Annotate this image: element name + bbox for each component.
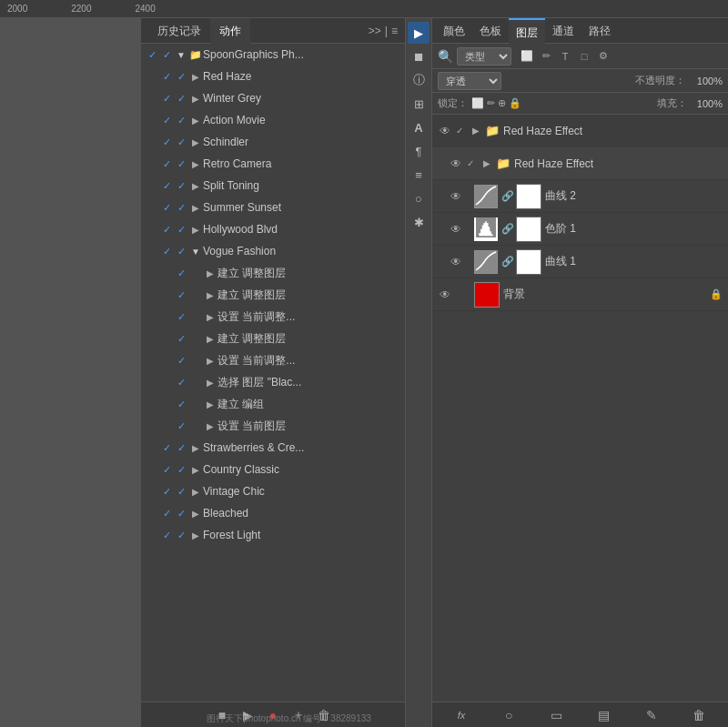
expand-country-classic[interactable]: ▶ xyxy=(188,465,203,475)
layer-curves2[interactable]: 👁 🔗 曲线 2 xyxy=(432,180,728,213)
expand-sub7[interactable]: ▶ xyxy=(203,399,217,409)
new-fill-layer-button[interactable]: ○ xyxy=(500,708,518,722)
lock-move-icon[interactable]: ⊕ xyxy=(498,97,506,109)
action-item-sub5[interactable]: ✓ ▶ 设置 当前调整... xyxy=(141,349,405,371)
expand-sub4[interactable]: ▶ xyxy=(203,334,217,344)
filter-adjustment-icon[interactable]: ✏ xyxy=(538,48,554,65)
action-item-winter-grey[interactable]: ✓ ✓ ▶ Winter Grey xyxy=(141,87,405,109)
tab-layers[interactable]: 图层 xyxy=(509,18,545,44)
expand-sub8[interactable]: ▶ xyxy=(203,421,217,431)
expand-summer-sunset[interactable]: ▶ xyxy=(188,203,203,213)
expand-bleached[interactable]: ▶ xyxy=(188,509,203,519)
action-item-sub2[interactable]: ✓ ▶ 建立 调整图层 xyxy=(141,284,405,306)
layer-eye-curves1[interactable]: 👁 xyxy=(449,256,463,268)
check-sub4: ✓ xyxy=(174,333,188,345)
action-item-schindler[interactable]: ✓ ✓ ▶ Schindler xyxy=(141,131,405,153)
action-item-hollywood-blvd[interactable]: ✓ ✓ ▶ Hollywood Blvd xyxy=(141,218,405,240)
tab-actions[interactable]: 动作 xyxy=(210,18,250,44)
filter-smart-icon[interactable]: ⚙ xyxy=(595,48,612,65)
layer-eye-background[interactable]: 👁 xyxy=(438,288,452,301)
tab-swatches[interactable]: 色板 xyxy=(472,18,509,44)
stop-tool-button[interactable]: ⏹ xyxy=(408,45,430,67)
action-item-action-movie[interactable]: ✓ ✓ ▶ Action Movie xyxy=(141,109,405,131)
tab-channels[interactable]: 通道 xyxy=(545,18,581,44)
action-item-summer-sunset[interactable]: ✓ ✓ ▶ Summer Sunset xyxy=(141,197,405,218)
expand-strawberries[interactable]: ▶ xyxy=(188,443,203,453)
expand-retro-camera[interactable]: ▶ xyxy=(188,159,203,169)
check2-bleached: ✓ xyxy=(174,508,188,520)
action-item-vogue-fashion[interactable]: ✓ ✓ ▼ Vogue Fashion xyxy=(141,240,405,262)
info-tool-button[interactable]: ⓘ xyxy=(408,69,430,91)
filter-type-icon[interactable]: T xyxy=(557,48,573,65)
action-item-spoongraphics[interactable]: ✓ ✓ ▼ 📁 SpoonGraphics Ph... xyxy=(141,44,405,66)
layer-group-outer[interactable]: 👁 ✓ ▶ 📁 Red Haze Effect xyxy=(432,115,728,147)
action-item-sub7[interactable]: ✓ ▶ 建立 编组 xyxy=(141,393,405,415)
layer-eye-curves2[interactable]: 👁 xyxy=(449,190,463,203)
menu-tool-button[interactable]: ≡ xyxy=(408,164,430,186)
tab-color[interactable]: 颜色 xyxy=(436,18,472,44)
action-item-country-classic[interactable]: ✓ ✓ ▶ Country Classic xyxy=(141,459,405,480)
action-item-strawberries[interactable]: ✓ ✓ ▶ Strawberries & Cre... xyxy=(141,437,405,459)
delete-layer-button[interactable]: 🗑 xyxy=(690,708,708,722)
layer-eye-inner[interactable]: 👁 xyxy=(449,157,463,170)
panel-more-icon[interactable]: >> xyxy=(369,25,381,37)
label-schindler: Schindler xyxy=(203,136,405,148)
new-layer-button[interactable]: ✎ xyxy=(642,708,661,722)
fx-layer-button[interactable]: fx xyxy=(452,710,470,721)
action-item-sub4[interactable]: ✓ ▶ 建立 调整图层 xyxy=(141,328,405,349)
layer-background[interactable]: 👁 背景 🔒 xyxy=(432,278,728,311)
folder-spoongraphics: 📁 xyxy=(188,49,203,61)
circle-tool-button[interactable]: ○ xyxy=(408,187,430,209)
layer-group-inner[interactable]: 👁 ✓ ▶ 📁 Red Haze Effect xyxy=(432,147,728,180)
expand-schindler[interactable]: ▶ xyxy=(188,137,203,147)
expand-split-toning[interactable]: ▶ xyxy=(188,181,203,191)
blend-mode-select[interactable]: 穿透 xyxy=(438,72,501,90)
text-tool-button[interactable]: A xyxy=(408,116,430,138)
layer-curves1[interactable]: 👁 🔗 曲线 1 xyxy=(432,246,728,278)
expand-hollywood-blvd[interactable]: ▶ xyxy=(188,225,203,235)
new-mask-button[interactable]: ▭ xyxy=(547,708,565,722)
play-tool-button[interactable]: ▶ xyxy=(408,22,430,44)
paragraph-tool-button[interactable]: ¶ xyxy=(408,140,430,162)
tab-history[interactable]: 历史记录 xyxy=(148,18,210,44)
layer-expand-outer[interactable]: ▶ xyxy=(470,126,481,136)
action-item-red-haze[interactable]: ✓ ✓ ▶ Red Haze xyxy=(141,66,405,87)
lock-all-icon[interactable]: 🔒 xyxy=(509,97,521,109)
expand-action-movie[interactable]: ▶ xyxy=(188,116,203,126)
grid-tool-button[interactable]: ⊞ xyxy=(408,93,430,115)
tab-paths[interactable]: 路径 xyxy=(581,18,618,44)
panel-menu-icon[interactable]: ≡ xyxy=(391,25,398,37)
action-item-sub6[interactable]: ✓ ▶ 选择 图层 "Blac... xyxy=(141,371,405,393)
layer-levels1[interactable]: 👁 🔗 色阶 1 xyxy=(432,213,728,246)
action-item-retro-camera[interactable]: ✓ ✓ ▶ Retro Camera xyxy=(141,153,405,175)
expand-vintage-chic[interactable]: ▶ xyxy=(188,487,203,497)
expand-sub2[interactable]: ▶ xyxy=(203,290,217,300)
expand-forest-light[interactable]: ▶ xyxy=(188,530,203,540)
action-item-split-toning[interactable]: ✓ ✓ ▶ Split Toning xyxy=(141,175,405,197)
expand-sub6[interactable]: ▶ xyxy=(203,378,217,388)
check-retro-camera: ✓ xyxy=(159,158,174,170)
filter-shape-icon[interactable]: □ xyxy=(576,48,592,65)
action-item-vintage-chic[interactable]: ✓ ✓ ▶ Vintage Chic xyxy=(141,480,405,502)
layer-eye-levels1[interactable]: 👁 xyxy=(449,223,463,236)
new-group-button[interactable]: ▤ xyxy=(595,708,613,722)
lock-pixel-icon[interactable]: ⬜ xyxy=(471,97,484,109)
action-item-sub8[interactable]: ✓ ▶ 设置 当前图层 xyxy=(141,415,405,437)
expand-red-haze[interactable]: ▶ xyxy=(188,72,203,82)
expand-sub5[interactable]: ▶ xyxy=(203,356,217,366)
expand-winter-grey[interactable]: ▶ xyxy=(188,94,203,104)
action-item-sub3[interactable]: ✓ ▶ 设置 当前调整... xyxy=(141,306,405,328)
expand-vogue-fashion[interactable]: ▼ xyxy=(188,247,203,257)
filter-pixel-icon[interactable]: ⬜ xyxy=(519,48,535,65)
layer-expand-inner[interactable]: ▶ xyxy=(481,158,492,168)
action-item-sub1[interactable]: ✓ ▶ 建立 调整图层 xyxy=(141,262,405,284)
action-item-bleached[interactable]: ✓ ✓ ▶ Bleached xyxy=(141,502,405,524)
expand-sub3[interactable]: ▶ xyxy=(203,312,217,322)
filter-type-select[interactable]: 类型 xyxy=(457,47,511,66)
expand-spoongraphics[interactable]: ▼ xyxy=(174,50,188,60)
lock-draw-icon[interactable]: ✏ xyxy=(487,97,495,109)
expand-sub1[interactable]: ▶ xyxy=(203,268,217,278)
action-item-forest-light[interactable]: ✓ ✓ ▶ Forest Light xyxy=(141,524,405,546)
layer-eye-outer[interactable]: 👁 xyxy=(438,125,452,137)
fx-tool-button[interactable]: ✱ xyxy=(408,211,430,233)
